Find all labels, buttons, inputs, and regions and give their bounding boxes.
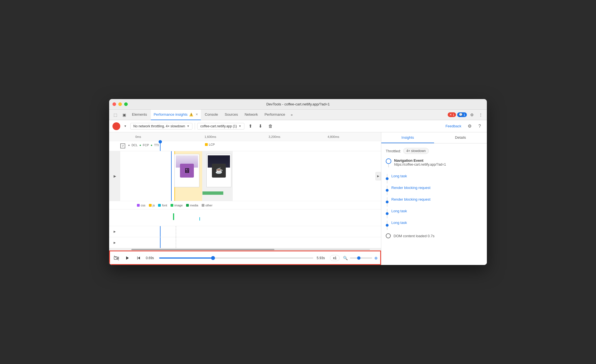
right-panel: Insights Details Throttled: 4× slowdown xyxy=(381,132,487,265)
target-dropdown[interactable]: coffee-cart.netlify.app (1) ▼ xyxy=(197,123,244,130)
scroll-thumb[interactable] xyxy=(131,249,274,250)
dashed-row2 xyxy=(176,237,176,248)
current-time: 0.69s xyxy=(146,256,156,260)
net-bar-font xyxy=(199,217,200,221)
small-row-1: ▶ xyxy=(109,226,381,237)
item3-line-top xyxy=(387,209,387,212)
legend-media: media xyxy=(186,204,198,207)
settings2-icon[interactable]: ⚙ xyxy=(466,122,474,130)
slider-fill xyxy=(159,257,213,259)
tab-insights[interactable]: Insights xyxy=(381,132,434,143)
collapse-arrow[interactable]: ▶ xyxy=(375,172,381,180)
upload-icon[interactable]: ⬆ xyxy=(247,122,254,130)
time-cursor xyxy=(160,141,161,151)
scroll-track[interactable] xyxy=(131,249,370,250)
camera-off-icon[interactable] xyxy=(112,254,120,262)
record-dropdown[interactable]: ▼ xyxy=(122,123,128,129)
screenshots-expand[interactable]: ▶ xyxy=(109,151,120,201)
legend-image: image xyxy=(171,204,183,207)
tti-label: TTI xyxy=(154,143,159,147)
dashed-row1 xyxy=(176,226,176,237)
throttle-dropdown[interactable]: No network throttling, 4× slowdown ▼ xyxy=(130,123,192,130)
play-button[interactable] xyxy=(124,254,131,262)
settings-icon[interactable]: ⚙ xyxy=(468,111,476,119)
record-button[interactable] xyxy=(112,122,120,130)
timeline-items: Long task Render blocking request xyxy=(386,173,482,241)
zoom-thumb[interactable] xyxy=(357,256,360,260)
long-task-link-0[interactable]: Long task xyxy=(391,174,407,178)
skip-to-start-button[interactable] xyxy=(135,254,142,262)
expand-row2[interactable]: ▶ xyxy=(109,237,120,248)
tab-details[interactable]: Details xyxy=(434,132,487,143)
speed-button[interactable]: x1 xyxy=(330,255,340,261)
font-color xyxy=(158,204,161,207)
timeline-item-1: Render blocking request xyxy=(386,184,482,196)
render-blocking-1[interactable]: Render blocking request xyxy=(391,197,430,201)
end-time: 5.93s xyxy=(317,256,327,260)
dcm-icon xyxy=(386,233,391,238)
error-badge[interactable]: ✕ 1 xyxy=(448,112,456,117)
slider-thumb[interactable] xyxy=(211,256,215,260)
zoom-in-icon[interactable]: ⊕ xyxy=(374,256,378,260)
toolbar-divider xyxy=(195,123,195,130)
nav-event-timeline xyxy=(386,158,391,167)
help-icon[interactable]: ? xyxy=(476,122,484,130)
back-icon: ↺ xyxy=(120,143,125,148)
panel-content: Throttled: 4× slowdown Navigation Event … xyxy=(381,143,487,265)
nav-event-title: Navigation Event xyxy=(394,158,482,163)
timeline-panel: 0ms 1,600ms 3,200ms 4,800ms ↺ ● xyxy=(109,132,381,265)
js-color xyxy=(149,204,152,207)
lcp-label: LCP xyxy=(209,143,215,146)
cursor-in-screenshots xyxy=(171,151,172,201)
cursor-row1 xyxy=(160,226,161,237)
window-title: DevTools - coffee-cart.netlify.app/?ad=1 xyxy=(266,102,330,106)
more-options-icon[interactable]: ⋮ xyxy=(477,111,485,119)
legend-other: other xyxy=(202,204,212,207)
screenshot-1-icon: 🖥 xyxy=(180,164,194,178)
tab-performance[interactable]: Performance xyxy=(262,110,288,120)
tab-close-icon[interactable]: ✕ xyxy=(196,113,198,116)
minimize-button[interactable] xyxy=(118,102,122,106)
expand-row1[interactable]: ▶ xyxy=(109,226,120,237)
item2-line-top xyxy=(387,197,387,201)
delete-icon[interactable]: 🗑 xyxy=(267,122,274,130)
playback-slider[interactable] xyxy=(159,257,313,259)
item4-timeline xyxy=(386,221,389,230)
long-task-link-2[interactable]: Long task xyxy=(391,221,407,225)
close-button[interactable] xyxy=(112,102,116,106)
tab-sources[interactable]: Sources xyxy=(222,110,241,120)
timeline-header: 0ms 1,600ms 3,200ms 4,800ms xyxy=(109,132,381,141)
render-blocking-0[interactable]: Render blocking request xyxy=(391,186,430,190)
screenshot-1: 🖥 xyxy=(174,154,199,187)
cursor-handle[interactable] xyxy=(159,140,162,143)
item1-dot xyxy=(386,189,389,192)
tab-elements[interactable]: Elements xyxy=(129,110,150,120)
feedback-link[interactable]: Feedback xyxy=(445,124,461,128)
milestone-markers: ● DCL ● FCP ● TTI xyxy=(128,143,159,147)
long-task-link-1[interactable]: Long task xyxy=(391,209,407,213)
svg-marker-2 xyxy=(126,256,129,260)
traffic-lights xyxy=(112,102,128,106)
zoom-out-icon[interactable]: 🔍 xyxy=(343,256,348,260)
milestone-row: ↺ ● DCL ● FCP ● TTI LCP xyxy=(109,141,381,151)
download-icon[interactable]: ⬇ xyxy=(257,122,264,130)
tab-console[interactable]: Console xyxy=(202,110,221,120)
screenshot-2-icon: ☕ xyxy=(212,164,226,178)
chat-badge[interactable]: 💬 1 xyxy=(457,112,467,117)
tab-network[interactable]: Network xyxy=(242,110,261,120)
dcm-label: DOM content loaded 0.7s xyxy=(394,234,434,238)
inspect-icon[interactable]: ▣ xyxy=(120,111,128,119)
network-row xyxy=(109,209,381,226)
maximize-button[interactable] xyxy=(124,102,128,106)
cursor-icon[interactable]: ⬚ xyxy=(111,111,119,119)
item1-line-top xyxy=(387,186,387,189)
nav-event-line xyxy=(388,164,389,167)
zoom-slider[interactable] xyxy=(350,257,372,259)
timeline-scrollbar[interactable] xyxy=(109,248,381,251)
tab-performance-insights[interactable]: Performance insights ⚠️ ✕ xyxy=(151,110,201,120)
screenshots-area: 🖥 ☕ xyxy=(120,151,381,201)
playback-bar: 0.69s 5.93s x1 🔍 ⊕ xyxy=(109,251,381,265)
more-tabs-button[interactable]: » xyxy=(289,113,294,117)
time-marker-1: 1,600ms xyxy=(204,135,216,138)
dcl-label: DCL xyxy=(132,143,138,147)
